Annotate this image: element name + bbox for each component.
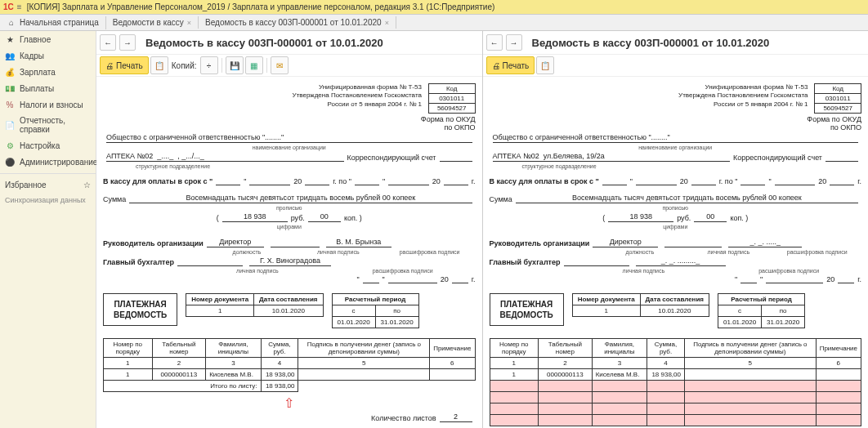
period-table: Расчетный периодспо01.01.202031.01.2020 [332, 293, 419, 328]
sidebar-item-nastroyka[interactable]: ⚙Настройка [0, 137, 96, 154]
window-title: [КОПИЯ] Зарплата и Управление Персоналом… [27, 2, 495, 11]
admin-icon: ⚫ [5, 157, 15, 167]
table-row [490, 381, 861, 392]
cash-icon: 💵 [5, 83, 15, 93]
table-row [490, 415, 861, 426]
form-norm: Унифицированная форма № Т-53Утверждена П… [103, 83, 476, 109]
sidebar-item-nalogi[interactable]: %Налоги и взносы [0, 96, 96, 113]
toolbar: 🖨Печать 📋 Копий: ÷ 💾 ▦ ✉ [96, 55, 482, 77]
tab-vedomosti[interactable]: Ведомости в кассу × [106, 16, 199, 29]
printer-icon: 🖨 [492, 61, 500, 70]
excel-button[interactable]: ▦ [245, 56, 263, 74]
org-name: Общество с ограниченной ответственностью… [106, 133, 472, 143]
arrow-up-icon: ⇧ [103, 395, 476, 411]
left-pane: ← → Ведомость в кассу 003П-000001 от 10.… [96, 31, 483, 428]
copies-label: Копий: [172, 61, 197, 70]
close-icon[interactable]: × [385, 19, 389, 27]
sidebar-item-otchet[interactable]: 📄Отчетность, справки [0, 113, 96, 137]
payhead: ПЛАТЕЖНАЯВЕДОМОСТЬ [103, 293, 177, 326]
tabbar: ⌂ Начальная страница Ведомости в кассу ×… [0, 15, 868, 31]
percent-icon: % [5, 100, 15, 109]
menu-icon[interactable]: ≡ [17, 2, 22, 11]
report-icon: 📄 [5, 120, 15, 130]
forward-button[interactable]: → [119, 34, 136, 51]
sidebar-sync[interactable]: Синхронизация данных [0, 193, 96, 207]
print-button[interactable]: 🖨Печать [100, 56, 149, 74]
app-logo: 1С [3, 2, 14, 11]
table-row [490, 392, 861, 403]
table-row: 10000000113Киселева М.В.18 938,00 [104, 369, 476, 381]
sidebar-item-vyplaty[interactable]: 💵Выплаты [0, 80, 96, 96]
tab-home[interactable]: ⌂ Начальная страница [0, 16, 106, 29]
doc-title: Ведомость в кассу 003П-000001 от 10.01.2… [532, 37, 770, 49]
sidebar-favorites[interactable]: Избранное☆ [0, 177, 96, 193]
tab-vedomost-doc[interactable]: Ведомость в кассу 003П-000001 от 10.01.2… [199, 16, 396, 29]
docnum-table: Номер документаДата составления110.01.20… [186, 293, 323, 317]
summa-words: Восемнадцать тысяч девятьсот тридцать во… [129, 194, 472, 203]
table-row [490, 403, 861, 415]
home-icon: ⌂ [7, 18, 16, 28]
table-row: 10000000113Киселева М.В.18 938,00 [490, 369, 861, 381]
save-button[interactable]: 📋 [150, 56, 168, 74]
right-pane: ← → Ведомость в кассу 003П-000001 от 10.… [483, 31, 869, 428]
back-button[interactable]: ← [486, 34, 503, 51]
star-outline-icon: ☆ [83, 181, 91, 189]
sidebar-item-kadry[interactable]: 👥Кадры [0, 47, 96, 64]
doc-body-left: Код 0301011 56094527 Унифицированная фор… [96, 77, 482, 428]
copy-button[interactable]: 📋 [536, 56, 554, 74]
sidebar-item-main[interactable]: ★Главное [0, 31, 96, 47]
star-icon: ★ [5, 34, 15, 44]
doc-title: Ведомость в кассу 003П-000001 от 10.01.2… [145, 37, 383, 49]
sidebar-item-admin[interactable]: ⚫Администрирование [0, 154, 96, 170]
copies-stepper[interactable]: ÷ [200, 56, 218, 74]
apteka: АПТЕКА №02 _...._ , _.../..._ [106, 152, 344, 162]
save-icon-button[interactable]: 💾 [226, 56, 244, 74]
back-button[interactable]: ← [100, 34, 116, 51]
kod-table: Код 0301011 56094527 [428, 83, 476, 114]
people-icon: 👥 [5, 51, 15, 60]
forward-button[interactable]: → [506, 34, 522, 51]
payroll-table-right: Номер по порядкуТабельный номерФамилия, … [490, 338, 862, 426]
sidebar-item-zarplata[interactable]: 💰Зарплата [0, 64, 96, 80]
mail-button[interactable]: ✉ [271, 56, 289, 74]
doc-body-right: Код030101156094527 Унифицированная форма… [483, 77, 869, 428]
payroll-table: Номер по порядкуТабельный номерФамилия, … [103, 338, 476, 392]
money-icon: 💰 [5, 67, 15, 77]
close-icon[interactable]: × [187, 19, 191, 27]
gear-icon: ⚙ [5, 140, 15, 150]
print-button[interactable]: 🖨Печать [486, 56, 535, 74]
printer-icon: 🖨 [105, 61, 114, 70]
titlebar: 1С ≡ [КОПИЯ] Зарплата и Управление Персо… [0, 0, 868, 15]
sidebar: ★Главное 👥Кадры 💰Зарплата 💵Выплаты %Нало… [0, 31, 96, 428]
